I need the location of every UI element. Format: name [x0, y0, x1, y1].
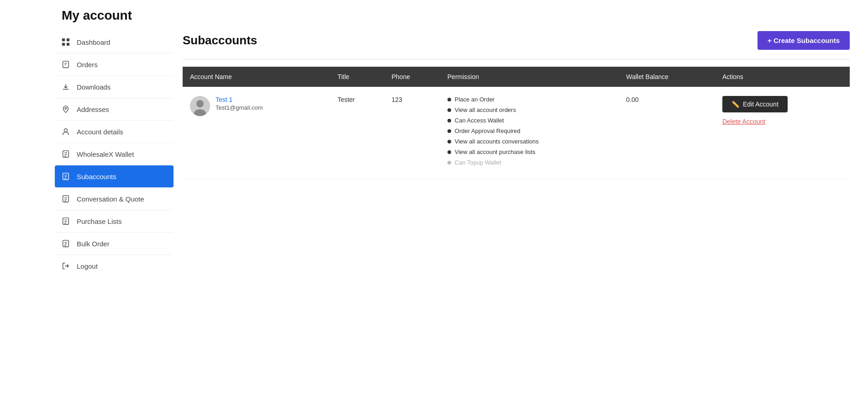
permission-dot: [447, 150, 451, 154]
sidebar-item-account-details[interactable]: Account details: [55, 121, 174, 143]
edit-account-label: Edit Account: [743, 101, 779, 108]
table-header-row: Account NameTitlePhonePermissionWallet B…: [183, 67, 850, 87]
home-icon: [61, 105, 70, 114]
document-icon: [61, 149, 70, 159]
sidebar-item-label: Addresses: [77, 106, 109, 113]
table-col-header: Account Name: [183, 67, 330, 87]
pencil-icon: ✏️: [731, 101, 739, 108]
svg-rect-0: [62, 38, 65, 41]
permission-dot: [447, 119, 451, 122]
actions-cell: ✏️ Edit Account Delete Account: [715, 87, 850, 179]
download-icon: [61, 82, 70, 91]
actions-container: ✏️ Edit Account Delete Account: [722, 96, 842, 126]
permission-item: View all account orders: [447, 106, 612, 113]
orders-icon: [61, 60, 70, 69]
account-name-link[interactable]: Test 1: [216, 96, 263, 103]
permission-item: View all account purchase lists: [447, 149, 612, 155]
sidebar-item-label: Downloads: [77, 83, 110, 91]
permission-item: Can Topup Wallet: [447, 159, 612, 166]
logout-icon: [61, 261, 70, 271]
edit-account-button[interactable]: ✏️ Edit Account: [722, 96, 788, 112]
table-body: Test 1 Test1@gmail.com Tester123Place an…: [183, 87, 850, 179]
sidebar-item-orders[interactable]: Orders: [55, 53, 174, 76]
avatar: [190, 96, 210, 116]
sidebar-item-addresses[interactable]: Addresses: [55, 98, 174, 121]
svg-rect-4: [63, 61, 69, 68]
sidebar-item-bulk-order[interactable]: Bulk Order: [55, 233, 174, 255]
svg-rect-3: [67, 43, 69, 46]
table-row: Test 1 Test1@gmail.com Tester123Place an…: [183, 87, 850, 179]
document-icon: [61, 217, 70, 226]
permission-label: Place an Order: [455, 96, 494, 103]
svg-point-5: [65, 107, 67, 109]
permission-dot: [447, 98, 451, 101]
permission-item: View all accounts conversations: [447, 138, 612, 145]
sidebar-item-downloads[interactable]: Downloads: [55, 76, 174, 98]
page-title: My account: [0, 0, 868, 31]
delete-account-button[interactable]: Delete Account: [722, 117, 765, 126]
account-info: Test 1 Test1@gmail.com: [216, 96, 263, 111]
permission-dot: [447, 108, 451, 112]
account-permission-cell: Place an OrderView all account ordersCan…: [440, 87, 619, 179]
table-header: Account NameTitlePhonePermissionWallet B…: [183, 67, 850, 87]
sidebar-item-wholesalex-wallet[interactable]: WholesaleX Wallet: [55, 143, 174, 165]
permission-dot: [447, 140, 451, 143]
sidebar-item-label: Subaccounts: [77, 173, 116, 180]
main-header: Subaccounts + Create Subaccounts: [183, 31, 850, 50]
main-content: Subaccounts + Create Subaccounts Account…: [174, 31, 868, 277]
permission-label: Can Topup Wallet: [455, 159, 501, 166]
sidebar-item-label: Bulk Order: [77, 240, 110, 248]
divider: [183, 59, 850, 59]
person-icon: [61, 127, 70, 136]
sidebar-item-label: Dashboard: [77, 38, 110, 46]
table-col-header: Wallet Balance: [619, 67, 715, 87]
sidebar-item-label: Conversation & Quote: [77, 195, 144, 203]
account-email: Test1@gmail.com: [216, 104, 263, 111]
table-col-header: Title: [330, 67, 384, 87]
sidebar-item-subaccounts[interactable]: Subaccounts: [55, 165, 174, 188]
sidebar-item-logout[interactable]: Logout: [55, 255, 174, 277]
permission-item: Order Approval Required: [447, 127, 612, 134]
sidebar-item-label: Logout: [77, 262, 98, 270]
permission-label: Order Approval Required: [455, 127, 521, 134]
svg-rect-2: [62, 43, 65, 46]
create-subaccounts-button[interactable]: + Create Subaccounts: [758, 31, 850, 50]
sidebar-item-conversation-quote[interactable]: Conversation & Quote: [55, 188, 174, 210]
sidebar-item-label: Orders: [77, 61, 98, 69]
grid-icon: [61, 37, 70, 47]
account-phone-cell: 123: [384, 87, 440, 179]
table-col-header: Actions: [715, 67, 850, 87]
permission-dot: [447, 129, 451, 133]
permission-label: Can Access Wallet: [455, 117, 504, 124]
accounts-table: Account NameTitlePhonePermissionWallet B…: [183, 67, 850, 179]
svg-rect-1: [67, 38, 69, 41]
permission-label: View all account orders: [455, 106, 516, 113]
permission-label: View all accounts conversations: [455, 138, 539, 145]
permission-item: Can Access Wallet: [447, 117, 612, 124]
sidebar-item-label: Purchase Lists: [77, 218, 121, 225]
sidebar-item-dashboard[interactable]: Dashboard: [55, 31, 174, 53]
document-icon: [61, 194, 70, 203]
document-icon: [61, 239, 70, 248]
sidebar-item-label: Account details: [77, 128, 123, 136]
document-icon: [61, 172, 70, 181]
sidebar-item-purchase-lists[interactable]: Purchase Lists: [55, 210, 174, 233]
account-title-cell: Tester: [330, 87, 384, 179]
permission-dot: [447, 161, 451, 165]
svg-point-6: [64, 129, 67, 132]
wallet-balance-cell: 0.00: [619, 87, 715, 179]
permission-item: Place an Order: [447, 96, 612, 103]
account-name-cell: Test 1 Test1@gmail.com: [183, 87, 330, 179]
sidebar: DashboardOrdersDownloadsAddressesAccount…: [0, 31, 174, 277]
table-col-header: Permission: [440, 67, 619, 87]
svg-point-13: [196, 100, 204, 107]
permission-label: View all account purchase lists: [455, 149, 536, 155]
sidebar-item-label: WholesaleX Wallet: [77, 150, 134, 158]
section-title: Subaccounts: [183, 33, 257, 48]
table-col-header: Phone: [384, 67, 440, 87]
